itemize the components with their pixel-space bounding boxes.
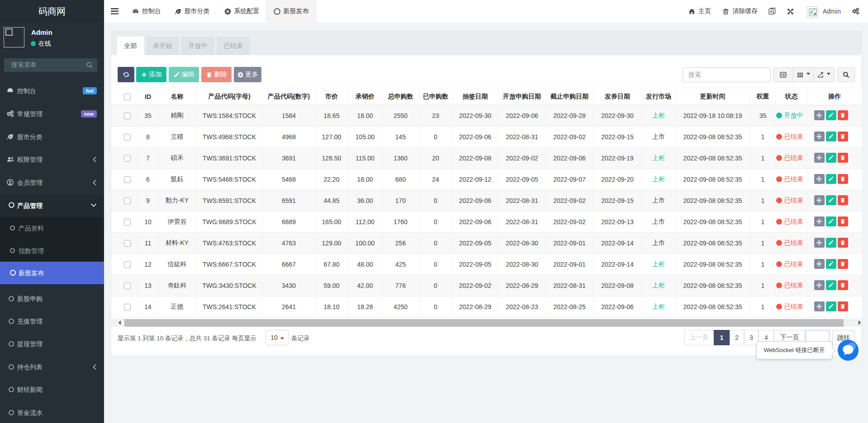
svg-text:A: A: [770, 9, 773, 14]
